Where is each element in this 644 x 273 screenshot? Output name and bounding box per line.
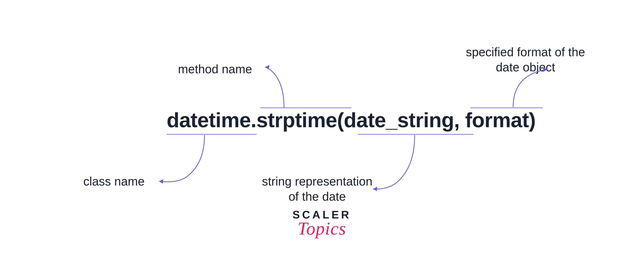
code-dot: .: [251, 108, 256, 132]
svg-marker-3: [543, 67, 547, 72]
annotation-arg2-line1: specified format of the: [466, 45, 585, 59]
code-class: datetime: [167, 108, 251, 132]
code-paren-open: (: [337, 108, 344, 132]
arrow-arg1: [366, 134, 422, 194]
arrow-class: [152, 134, 208, 187]
annotation-arg1-line1: string representation: [262, 174, 372, 188]
code-paren-close: ): [529, 108, 536, 132]
arrow-arg2: [509, 67, 558, 109]
annotation-method-name: method name: [178, 62, 252, 77]
code-expression: datetime.strptime(date_string, format): [167, 108, 536, 132]
annotation-arg1: string representation of the date: [260, 174, 374, 204]
code-comma: ,: [454, 108, 465, 132]
code-method: strptime: [256, 108, 337, 132]
annotation-class-name: class name: [83, 174, 145, 189]
svg-marker-2: [373, 187, 377, 191]
logo-topics-text: Topics: [284, 218, 360, 239]
arrow-method: [263, 60, 320, 110]
svg-marker-1: [265, 65, 269, 70]
brand-logo: SCALER Topics: [284, 208, 360, 239]
annotation-arg1-line2: of the date: [288, 190, 346, 203]
svg-marker-0: [159, 179, 163, 184]
code-arg1: date_string: [344, 108, 454, 132]
syntax-diagram: datetime.strptime(date_string, format) c…: [57, 28, 587, 180]
code-arg2: format: [465, 108, 529, 132]
